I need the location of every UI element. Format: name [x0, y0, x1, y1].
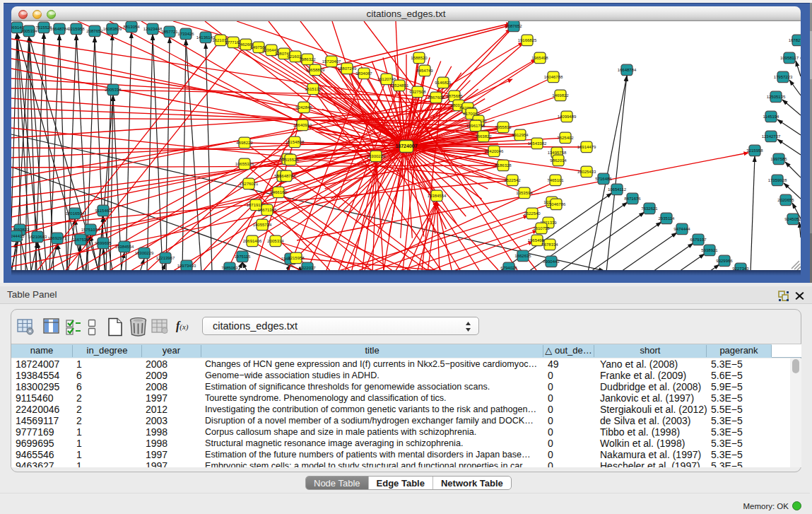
- svg-text:17957223: 17957223: [774, 75, 793, 79]
- svg-text:17016504: 17016504: [66, 211, 85, 216]
- svg-text:2005334: 2005334: [105, 88, 122, 92]
- svg-text:1997585: 1997585: [770, 157, 787, 161]
- svg-text:8990443: 8990443: [543, 259, 560, 264]
- svg-text:16120746: 16120746: [377, 77, 396, 81]
- svg-text:1610755: 1610755: [533, 226, 550, 230]
- svg-text:9115460: 9115460: [95, 209, 112, 213]
- svg-text:16210643: 16210643: [28, 235, 47, 239]
- svg-text:7465101: 7465101: [547, 178, 564, 182]
- svg-text:3912954: 3912954: [512, 133, 529, 137]
- svg-text:2087652: 2087652: [505, 24, 522, 28]
- svg-text:12213967: 12213967: [156, 256, 175, 260]
- svg-text:3215958: 3215958: [746, 148, 763, 153]
- svg-text:3215958: 3215958: [68, 27, 85, 31]
- svg-text:9474444: 9474444: [673, 227, 690, 231]
- svg-text:13495758: 13495758: [548, 151, 567, 155]
- svg-text:16083809: 16083809: [103, 27, 122, 31]
- svg-text:4698222: 4698222: [236, 141, 253, 145]
- svg-text:9857721: 9857721: [161, 30, 178, 34]
- svg-text:15046786: 15046786: [547, 202, 566, 206]
- svg-text:10961758: 10961758: [466, 124, 486, 128]
- svg-text:16914479: 16914479: [577, 145, 596, 149]
- svg-text:15751074: 15751074: [81, 228, 100, 232]
- svg-text:1965498: 1965498: [531, 56, 548, 60]
- svg-text:2522542: 2522542: [504, 178, 521, 182]
- svg-text:9146821: 9146821: [435, 81, 452, 85]
- svg-text:9329966: 9329966: [716, 259, 733, 263]
- svg-text:18640910: 18640910: [293, 123, 312, 127]
- svg-text:9699695: 9699695: [95, 241, 112, 245]
- svg-text:16154808: 16154808: [286, 140, 305, 144]
- svg-text:19166825: 19166825: [518, 38, 537, 42]
- svg-text:12342737: 12342737: [762, 134, 781, 139]
- svg-text:1145194: 1145194: [763, 115, 780, 119]
- svg-text:14099489: 14099489: [558, 115, 577, 119]
- svg-text:8454749: 8454749: [416, 69, 433, 73]
- svg-text:16648784: 16648784: [50, 27, 69, 31]
- svg-text:20691406: 20691406: [243, 239, 262, 243]
- svg-text:6466160: 6466160: [270, 190, 287, 194]
- svg-text:5938921: 5938921: [701, 248, 718, 252]
- svg-text:9242845: 9242845: [295, 105, 312, 110]
- svg-text:5678334: 5678334: [541, 243, 558, 247]
- svg-text:2087652: 2087652: [86, 29, 103, 33]
- svg-text:18724007: 18724007: [395, 144, 417, 148]
- svg-text:1588520: 1588520: [411, 56, 428, 60]
- svg-text:16046788: 16046788: [544, 75, 563, 79]
- svg-text:15300229: 15300229: [135, 251, 154, 255]
- svg-text:9245052: 9245052: [784, 217, 801, 221]
- svg-text:15720407: 15720407: [322, 59, 341, 64]
- svg-text:3875685: 3875685: [446, 94, 463, 98]
- svg-text:15692971: 15692971: [48, 236, 67, 240]
- svg-text:10958117: 10958117: [780, 56, 799, 60]
- svg-text:9327508: 9327508: [409, 90, 426, 94]
- svg-text:2020655: 2020655: [777, 198, 794, 202]
- svg-text:1167534: 1167534: [73, 238, 90, 242]
- svg-text:14055724: 14055724: [253, 223, 272, 227]
- svg-text:7515526: 7515526: [282, 158, 299, 162]
- svg-text:2522540: 2522540: [524, 211, 541, 216]
- svg-text:18807249: 18807249: [338, 66, 357, 71]
- svg-text:16782759: 16782759: [789, 38, 801, 42]
- svg-text:9862014: 9862014: [550, 158, 567, 163]
- svg-text:10654112: 10654112: [608, 187, 627, 192]
- svg-text:1353594: 1353594: [516, 191, 533, 195]
- svg-text:1662635: 1662635: [514, 254, 531, 258]
- svg-text:7625402: 7625402: [557, 136, 574, 140]
- svg-text:7663822: 7663822: [475, 134, 492, 139]
- svg-text:22420046: 22420046: [485, 149, 504, 153]
- svg-text:12505135: 12505135: [767, 95, 786, 99]
- svg-text:5716485: 5716485: [595, 177, 612, 181]
- svg-text:16648784: 16648784: [618, 68, 637, 72]
- svg-text:17359928: 17359928: [768, 178, 787, 182]
- svg-text:8813054: 8813054: [123, 25, 140, 29]
- svg-text:8186328: 8186328: [495, 163, 512, 168]
- svg-text:10025433: 10025433: [577, 170, 596, 174]
- svg-text:9834067: 9834067: [355, 71, 372, 76]
- svg-text:1975115: 1975115: [235, 255, 252, 259]
- svg-text:2005334: 2005334: [267, 239, 284, 243]
- svg-text:1469822: 1469822: [552, 93, 569, 98]
- svg-text:10973493: 10973493: [177, 264, 196, 268]
- svg-text:13524851: 13524851: [390, 83, 409, 88]
- svg-text:15300229: 15300229: [367, 154, 386, 158]
- svg-text:1244415: 1244415: [11, 234, 25, 238]
- svg-text:8471676: 8471676: [624, 197, 641, 201]
- svg-text:7955812: 7955812: [495, 125, 512, 129]
- svg-text:7632621: 7632621: [641, 206, 658, 211]
- svg-text:10658809: 10658809: [306, 68, 325, 72]
- svg-text:2935114: 2935114: [659, 216, 676, 221]
- svg-text:2867608: 2867608: [428, 95, 445, 100]
- svg-text:19384554: 19384554: [428, 194, 447, 198]
- svg-text:1733426: 1733426: [177, 32, 194, 36]
- svg-text:1615132: 1615132: [305, 87, 322, 91]
- svg-text:12923448: 12923448: [143, 27, 163, 31]
- svg-text:10655326: 10655326: [235, 162, 254, 166]
- svg-text:16648784: 16648784: [277, 174, 296, 178]
- svg-text:15276021: 15276021: [240, 182, 259, 186]
- svg-text:16671365: 16671365: [258, 208, 277, 212]
- svg-text:6679197: 6679197: [690, 238, 707, 242]
- svg-text:3215958: 3215958: [288, 256, 305, 260]
- svg-text:16543382: 16543382: [528, 141, 547, 146]
- svg-text:19384554: 19384554: [115, 245, 134, 249]
